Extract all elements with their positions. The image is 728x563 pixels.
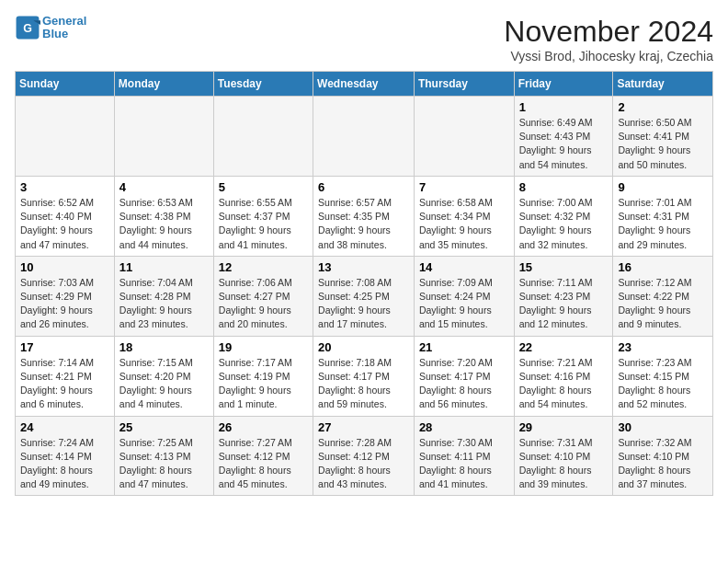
day-number: 2 [618, 100, 708, 114]
day-info: Sunrise: 7:00 AM Sunset: 4:32 PM Dayligh… [519, 196, 609, 252]
day-cell: 17Sunrise: 7:14 AM Sunset: 4:21 PM Dayli… [16, 336, 115, 416]
day-info: Sunrise: 7:03 AM Sunset: 4:29 PM Dayligh… [20, 276, 109, 332]
day-cell: 2Sunrise: 6:50 AM Sunset: 4:41 PM Daylig… [613, 97, 713, 177]
day-info: Sunrise: 7:21 AM Sunset: 4:16 PM Dayligh… [519, 356, 609, 412]
day-cell: 8Sunrise: 7:00 AM Sunset: 4:32 PM Daylig… [514, 176, 613, 256]
day-cell: 14Sunrise: 7:09 AM Sunset: 4:24 PM Dayli… [414, 256, 514, 336]
week-row-2: 3Sunrise: 6:52 AM Sunset: 4:40 PM Daylig… [16, 176, 713, 256]
day-info: Sunrise: 6:50 AM Sunset: 4:41 PM Dayligh… [618, 116, 708, 172]
day-cell [16, 97, 115, 177]
logo-line2: Blue [42, 27, 68, 40]
day-number: 16 [618, 260, 708, 274]
col-header-wednesday: Wednesday [313, 72, 415, 97]
day-info: Sunrise: 6:53 AM Sunset: 4:38 PM Dayligh… [119, 196, 209, 252]
day-number: 12 [219, 260, 308, 274]
day-cell: 24Sunrise: 7:24 AM Sunset: 4:14 PM Dayli… [16, 416, 115, 496]
day-cell: 23Sunrise: 7:23 AM Sunset: 4:15 PM Dayli… [613, 336, 713, 416]
day-number: 29 [519, 420, 609, 434]
day-info: Sunrise: 7:09 AM Sunset: 4:24 PM Dayligh… [419, 276, 509, 332]
svg-text:G: G [23, 22, 32, 35]
day-cell [313, 97, 415, 177]
day-cell [414, 97, 514, 177]
day-info: Sunrise: 7:11 AM Sunset: 4:23 PM Dayligh… [519, 276, 609, 332]
day-cell: 4Sunrise: 6:53 AM Sunset: 4:38 PM Daylig… [114, 176, 213, 256]
month-title: November 2024 [504, 15, 713, 49]
day-cell: 15Sunrise: 7:11 AM Sunset: 4:23 PM Dayli… [514, 256, 613, 336]
day-number: 27 [318, 420, 409, 434]
day-info: Sunrise: 7:06 AM Sunset: 4:27 PM Dayligh… [219, 276, 308, 332]
day-number: 20 [318, 340, 409, 354]
day-number: 11 [119, 260, 209, 274]
day-number: 26 [219, 420, 308, 434]
title-block: November 2024 Vyssi Brod, Jihocesky kraj… [504, 15, 713, 63]
day-info: Sunrise: 7:18 AM Sunset: 4:17 PM Dayligh… [318, 356, 409, 412]
day-info: Sunrise: 7:01 AM Sunset: 4:31 PM Dayligh… [618, 196, 708, 252]
day-cell: 29Sunrise: 7:31 AM Sunset: 4:10 PM Dayli… [514, 416, 613, 496]
day-cell: 19Sunrise: 7:17 AM Sunset: 4:19 PM Dayli… [213, 336, 313, 416]
day-number: 19 [219, 340, 308, 354]
day-cell: 7Sunrise: 6:58 AM Sunset: 4:34 PM Daylig… [414, 176, 514, 256]
location-title: Vyssi Brod, Jihocesky kraj, Czechia [504, 49, 713, 63]
day-number: 5 [219, 180, 308, 194]
day-cell: 11Sunrise: 7:04 AM Sunset: 4:28 PM Dayli… [114, 256, 213, 336]
day-info: Sunrise: 6:52 AM Sunset: 4:40 PM Dayligh… [20, 196, 109, 252]
day-number: 10 [20, 260, 109, 274]
day-info: Sunrise: 7:23 AM Sunset: 4:15 PM Dayligh… [618, 356, 708, 412]
day-cell: 27Sunrise: 7:28 AM Sunset: 4:12 PM Dayli… [313, 416, 415, 496]
day-number: 24 [20, 420, 109, 434]
col-header-tuesday: Tuesday [213, 72, 313, 97]
day-cell: 28Sunrise: 7:30 AM Sunset: 4:11 PM Dayli… [414, 416, 514, 496]
day-cell: 1Sunrise: 6:49 AM Sunset: 4:43 PM Daylig… [514, 97, 613, 177]
day-cell: 25Sunrise: 7:25 AM Sunset: 4:13 PM Dayli… [114, 416, 213, 496]
col-header-thursday: Thursday [414, 72, 514, 97]
logo: G General Blue [15, 15, 86, 41]
day-cell: 9Sunrise: 7:01 AM Sunset: 4:31 PM Daylig… [613, 176, 713, 256]
week-row-1: 1Sunrise: 6:49 AM Sunset: 4:43 PM Daylig… [16, 97, 713, 177]
calendar-header-row: SundayMondayTuesdayWednesdayThursdayFrid… [16, 72, 713, 97]
day-number: 23 [618, 340, 708, 354]
day-number: 25 [119, 420, 209, 434]
day-info: Sunrise: 7:20 AM Sunset: 4:17 PM Dayligh… [419, 356, 509, 412]
day-cell: 3Sunrise: 6:52 AM Sunset: 4:40 PM Daylig… [16, 176, 115, 256]
day-number: 14 [419, 260, 509, 274]
day-number: 15 [519, 260, 609, 274]
day-info: Sunrise: 6:57 AM Sunset: 4:35 PM Dayligh… [318, 196, 409, 252]
day-number: 30 [618, 420, 708, 434]
logo-line1: General [42, 14, 86, 28]
day-info: Sunrise: 7:31 AM Sunset: 4:10 PM Dayligh… [519, 436, 609, 492]
day-info: Sunrise: 6:58 AM Sunset: 4:34 PM Dayligh… [419, 196, 509, 252]
day-info: Sunrise: 7:14 AM Sunset: 4:21 PM Dayligh… [20, 356, 109, 412]
col-header-monday: Monday [114, 72, 213, 97]
day-number: 1 [519, 100, 609, 114]
calendar-table: SundayMondayTuesdayWednesdayThursdayFrid… [15, 71, 713, 496]
day-info: Sunrise: 7:27 AM Sunset: 4:12 PM Dayligh… [219, 436, 308, 492]
day-number: 28 [419, 420, 509, 434]
day-cell: 12Sunrise: 7:06 AM Sunset: 4:27 PM Dayli… [213, 256, 313, 336]
col-header-friday: Friday [514, 72, 613, 97]
day-number: 7 [419, 180, 509, 194]
day-info: Sunrise: 7:32 AM Sunset: 4:10 PM Dayligh… [618, 436, 708, 492]
day-cell: 16Sunrise: 7:12 AM Sunset: 4:22 PM Dayli… [613, 256, 713, 336]
day-number: 18 [119, 340, 209, 354]
day-info: Sunrise: 7:17 AM Sunset: 4:19 PM Dayligh… [219, 356, 308, 412]
logo-icon: G [15, 15, 40, 40]
day-info: Sunrise: 7:15 AM Sunset: 4:20 PM Dayligh… [119, 356, 209, 412]
day-number: 9 [618, 180, 708, 194]
day-cell: 6Sunrise: 6:57 AM Sunset: 4:35 PM Daylig… [313, 176, 415, 256]
week-row-4: 17Sunrise: 7:14 AM Sunset: 4:21 PM Dayli… [16, 336, 713, 416]
day-cell [213, 97, 313, 177]
day-cell: 30Sunrise: 7:32 AM Sunset: 4:10 PM Dayli… [613, 416, 713, 496]
day-number: 13 [318, 260, 409, 274]
day-number: 4 [119, 180, 209, 194]
col-header-saturday: Saturday [613, 72, 713, 97]
day-number: 6 [318, 180, 409, 194]
day-number: 3 [20, 180, 109, 194]
day-info: Sunrise: 7:08 AM Sunset: 4:25 PM Dayligh… [318, 276, 409, 332]
day-info: Sunrise: 7:25 AM Sunset: 4:13 PM Dayligh… [119, 436, 209, 492]
week-row-3: 10Sunrise: 7:03 AM Sunset: 4:29 PM Dayli… [16, 256, 713, 336]
header: G General Blue November 2024 Vyssi Brod,… [15, 15, 713, 63]
day-info: Sunrise: 6:49 AM Sunset: 4:43 PM Dayligh… [519, 116, 609, 172]
day-info: Sunrise: 7:12 AM Sunset: 4:22 PM Dayligh… [618, 276, 708, 332]
day-cell: 21Sunrise: 7:20 AM Sunset: 4:17 PM Dayli… [414, 336, 514, 416]
day-cell: 5Sunrise: 6:55 AM Sunset: 4:37 PM Daylig… [213, 176, 313, 256]
